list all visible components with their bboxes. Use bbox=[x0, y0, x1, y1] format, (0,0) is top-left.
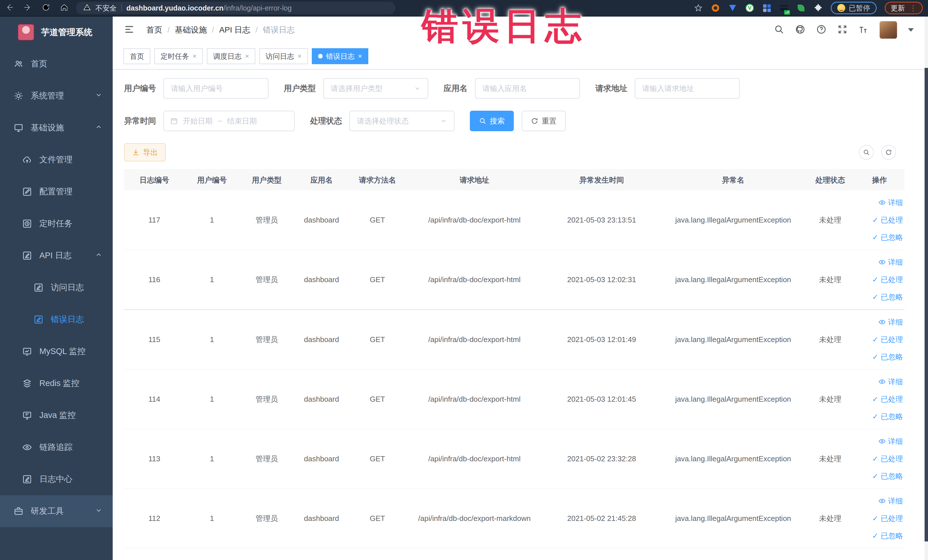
user-avatar[interactable] bbox=[879, 21, 897, 39]
breadcrumb-item[interactable]: API 日志 bbox=[219, 24, 250, 35]
refresh-table-button[interactable] bbox=[881, 145, 896, 160]
page-scrollbar[interactable] bbox=[925, 17, 928, 560]
cell-user-id: 1 bbox=[185, 190, 240, 250]
tag-tab-定时任务[interactable]: 定时任务× bbox=[154, 48, 203, 64]
request-url-input[interactable] bbox=[635, 78, 740, 99]
action-link-已忽略[interactable]: ✓已忽略 bbox=[872, 232, 903, 243]
browser-reload-icon[interactable] bbox=[42, 3, 50, 13]
close-icon[interactable]: × bbox=[192, 52, 197, 60]
extensions-puzzle-icon[interactable] bbox=[814, 3, 823, 12]
close-icon[interactable]: × bbox=[358, 52, 362, 60]
cell-app-name: dashboard bbox=[294, 369, 349, 429]
close-icon[interactable]: × bbox=[298, 52, 302, 60]
exception-time-range-picker[interactable]: 开始日期 ~ 结束日期 bbox=[163, 111, 295, 131]
action-link-已忽略[interactable]: ✓已忽略 bbox=[872, 471, 903, 481]
browser-home-icon[interactable] bbox=[60, 3, 69, 13]
sidebar-item-链路追踪[interactable]: 链路追踪 bbox=[0, 431, 113, 463]
sidebar-item-Java 监控[interactable]: Java 监控 bbox=[0, 400, 113, 431]
eye-icon bbox=[22, 443, 32, 452]
close-icon[interactable]: × bbox=[245, 52, 249, 60]
extension-off-icon[interactable]: off bbox=[779, 3, 789, 12]
action-link-已忽略[interactable]: ✓已忽略 bbox=[872, 292, 903, 302]
action-link-已处理[interactable]: ✓已处理 bbox=[872, 454, 903, 464]
action-link-详细[interactable]: 详细 bbox=[878, 198, 903, 208]
breadcrumb-item[interactable]: 首页 bbox=[147, 24, 162, 35]
chevron-down-icon bbox=[95, 91, 102, 101]
tag-tab-错误日志[interactable]: 错误日志× bbox=[312, 48, 368, 64]
stack-icon bbox=[22, 378, 32, 388]
cell-status: 未处理 bbox=[806, 369, 855, 429]
tag-tab-调度日志[interactable]: 调度日志× bbox=[207, 48, 255, 64]
cell-request-url: /api/infra/db-doc/export-html bbox=[406, 190, 543, 250]
action-link-详细[interactable]: 详细 bbox=[878, 436, 903, 447]
search-button[interactable]: 搜索 bbox=[470, 111, 514, 131]
action-link-已处理[interactable]: ✓已处理 bbox=[872, 514, 903, 523]
sidebar-item-研发工具[interactable]: 研发工具 bbox=[0, 495, 113, 527]
address-bar[interactable]: 不安全 dashboard.yudao.iocoder.cn/infra/log… bbox=[76, 2, 395, 14]
action-link-已忽略[interactable]: ✓已忽略 bbox=[872, 531, 903, 541]
sidebar-item-系统管理[interactable]: 系统管理 bbox=[0, 80, 113, 112]
browser-menu-icon[interactable]: ⋮ bbox=[910, 6, 917, 9]
app-name-input[interactable] bbox=[475, 78, 580, 99]
error-log-table: 日志编号用户编号用户类型应用名请求方法名请求地址异常发生时间异常名处理状态操作 … bbox=[124, 169, 905, 548]
sidebar-item-配置管理[interactable]: 配置管理 bbox=[0, 176, 113, 208]
status-select[interactable]: 请选择处理状态 bbox=[350, 111, 455, 131]
action-link-已处理[interactable]: ✓已处理 bbox=[872, 335, 903, 345]
extension-green-v-icon[interactable]: V bbox=[745, 3, 754, 12]
sidebar-item-基础设施[interactable]: 基础设施 bbox=[0, 112, 113, 144]
sidebar-item-API 日志[interactable]: API 日志 bbox=[0, 240, 113, 272]
extension-orange-icon[interactable] bbox=[711, 3, 720, 12]
action-link-详细[interactable]: 详细 bbox=[878, 377, 903, 387]
export-button[interactable]: 导出 bbox=[124, 143, 166, 162]
sidebar-item-定时任务[interactable]: 定时任务 bbox=[0, 208, 113, 240]
sidebar-item-MySQL 监控[interactable]: MySQL 监控 bbox=[0, 336, 113, 368]
cell-exception-time: 2021-05-02 21:45:28 bbox=[543, 489, 661, 548]
profile-paused-badge[interactable]: 已暂停 bbox=[831, 2, 877, 14]
tag-tab-访问日志[interactable]: 访问日志× bbox=[259, 48, 308, 64]
action-link-详细[interactable]: 详细 bbox=[878, 496, 903, 506]
sidebar-item-访问日志[interactable]: 访问日志 bbox=[0, 272, 113, 304]
extension-leaf-icon[interactable] bbox=[797, 3, 806, 12]
sidebar-item-首页[interactable]: 首页 bbox=[0, 48, 113, 80]
action-link-已处理[interactable]: ✓已处理 bbox=[872, 394, 903, 404]
action-link-已处理[interactable]: ✓已处理 bbox=[872, 215, 903, 225]
sidebar-item-日志中心[interactable]: 日志中心 bbox=[0, 463, 113, 495]
toggle-search-button[interactable] bbox=[859, 145, 874, 160]
cell-request-url: /api/infra/db-doc/export-html bbox=[406, 310, 543, 369]
search-icon[interactable] bbox=[774, 24, 784, 36]
action-link-详细[interactable]: 详细 bbox=[878, 317, 903, 327]
github-icon[interactable] bbox=[795, 24, 805, 36]
user-type-select[interactable]: 请选择用户类型 bbox=[323, 78, 428, 99]
chevron-down-icon[interactable] bbox=[908, 28, 914, 32]
help-icon[interactable] bbox=[816, 24, 826, 36]
action-link-已处理[interactable]: ✓已处理 bbox=[872, 275, 903, 285]
sidebar-item-label: 访问日志 bbox=[51, 282, 84, 293]
browser-back-icon[interactable] bbox=[5, 3, 14, 13]
reset-button[interactable]: 重置 bbox=[522, 111, 566, 131]
chev-down bbox=[95, 91, 102, 99]
font-size-icon[interactable] bbox=[858, 24, 868, 36]
sidebar-item-文件管理[interactable]: 文件管理 bbox=[0, 144, 113, 176]
app-logo-row[interactable]: 芋道管理系统 bbox=[0, 17, 113, 48]
action-link-已忽略[interactable]: ✓已忽略 bbox=[872, 412, 903, 422]
user-id-input[interactable] bbox=[163, 78, 269, 99]
doc-edit-icon bbox=[34, 315, 43, 324]
tab-label: 首页 bbox=[130, 52, 144, 61]
sidebar-item-错误日志[interactable]: 错误日志 bbox=[0, 304, 113, 336]
extension-blue-icon[interactable] bbox=[728, 3, 737, 12]
security-warning-icon[interactable] bbox=[83, 4, 91, 12]
check-icon: ✓ bbox=[872, 276, 878, 283]
tag-tab-首页[interactable]: 首页 bbox=[124, 48, 150, 64]
breadcrumb-item[interactable]: 基础设施 bbox=[175, 24, 207, 35]
hamburger-icon[interactable] bbox=[124, 24, 135, 36]
sidebar-menu: 首页系统管理基础设施文件管理配置管理定时任务API 日志访问日志错误日志MySQ… bbox=[0, 48, 113, 527]
sidebar-item-Redis 监控[interactable]: Redis 监控 bbox=[0, 368, 113, 400]
action-link-已忽略[interactable]: ✓已忽略 bbox=[872, 352, 903, 362]
browser-update-button[interactable]: 更新 ⋮ bbox=[885, 2, 923, 14]
scrollbar-thumb[interactable] bbox=[925, 68, 928, 542]
bookmark-star-icon[interactable] bbox=[694, 3, 703, 12]
extension-grid-icon[interactable] bbox=[762, 3, 771, 12]
fullscreen-icon[interactable] bbox=[837, 24, 847, 36]
action-link-详细[interactable]: 详细 bbox=[878, 257, 903, 267]
browser-forward-icon[interactable] bbox=[23, 3, 32, 13]
